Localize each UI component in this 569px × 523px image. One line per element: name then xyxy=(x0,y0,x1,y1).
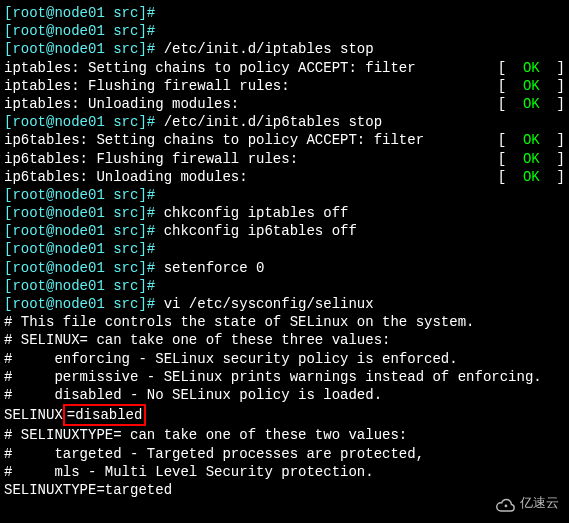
terminal-line: [root@node01 src]# /etc/init.d/ip6tables… xyxy=(4,113,565,131)
config-comment: # targeted - Targeted processes are prot… xyxy=(4,445,565,463)
status-line: iptables: Flushing firewall rules:[ OK ] xyxy=(4,77,565,95)
prompt: [root@node01 src]# xyxy=(4,41,164,57)
status-message: iptables: Flushing firewall rules: xyxy=(4,77,290,95)
status-ok: [ OK ] xyxy=(498,168,565,186)
prompt: [root@node01 src]# xyxy=(4,296,164,312)
config-comment: # disabled - No SELinux policy is loaded… xyxy=(4,386,565,404)
command: chkconfig iptables off xyxy=(164,205,349,221)
status-ok: [ OK ] xyxy=(498,150,565,168)
status-message: iptables: Setting chains to policy ACCEP… xyxy=(4,59,416,77)
config-comment: # SELINUXTYPE= can take one of these two… xyxy=(4,426,565,444)
terminal-line: [root@node01 src]# chkconfig iptables of… xyxy=(4,204,565,222)
status-message: ip6tables: Flushing firewall rules: xyxy=(4,150,298,168)
prompt: [root@node01 src]# xyxy=(4,223,164,239)
cloud-icon xyxy=(494,497,516,513)
terminal-line: [root@node01 src]# xyxy=(4,277,565,295)
status-message: ip6tables: Unloading modules: xyxy=(4,168,248,186)
status-line: ip6tables: Setting chains to policy ACCE… xyxy=(4,131,565,149)
config-comment: # SELINUX= can take one of these three v… xyxy=(4,331,565,349)
svg-point-0 xyxy=(505,504,508,507)
status-message: ip6tables: Setting chains to policy ACCE… xyxy=(4,131,424,149)
status-line: iptables: Setting chains to policy ACCEP… xyxy=(4,59,565,77)
config-comment: # This file controls the state of SELinu… xyxy=(4,313,565,331)
terminal-line: [root@node01 src]# xyxy=(4,22,565,40)
highlighted-value: =disabled xyxy=(63,404,147,426)
command: chkconfig ip6tables off xyxy=(164,223,357,239)
terminal-line: [root@node01 src]# setenforce 0 xyxy=(4,259,565,277)
config-line: SELINUX=disabled xyxy=(4,404,565,426)
config-comment: # mls - Multi Level Security protection. xyxy=(4,463,565,481)
config-comment: # permissive - SELinux prints warnings i… xyxy=(4,368,565,386)
prompt: [root@node01 src]# xyxy=(4,114,164,130)
terminal-line: [root@node01 src]# xyxy=(4,240,565,258)
command: /etc/init.d/iptables stop xyxy=(164,41,374,57)
config-comment: # enforcing - SELinux security policy is… xyxy=(4,350,565,368)
prompt: [root@node01 src]# xyxy=(4,205,164,221)
terminal-line: [root@node01 src]# /etc/init.d/iptables … xyxy=(4,40,565,58)
status-ok: [ OK ] xyxy=(498,77,565,95)
terminal-line: [root@node01 src]# chkconfig ip6tables o… xyxy=(4,222,565,240)
terminal-line: [root@node01 src]# xyxy=(4,186,565,204)
selinux-key: SELINUX xyxy=(4,407,63,423)
status-line: ip6tables: Unloading modules:[ OK ] xyxy=(4,168,565,186)
watermark-text: 亿速云 xyxy=(520,496,559,513)
command: /etc/init.d/ip6tables stop xyxy=(164,114,382,130)
command: vi /etc/sysconfig/selinux xyxy=(164,296,374,312)
terminal-line: [root@node01 src]# vi /etc/sysconfig/sel… xyxy=(4,295,565,313)
terminal-line: [root@node01 src]# xyxy=(4,4,565,22)
status-message: iptables: Unloading modules: xyxy=(4,95,239,113)
status-ok: [ OK ] xyxy=(498,59,565,77)
status-line: iptables: Unloading modules:[ OK ] xyxy=(4,95,565,113)
status-ok: [ OK ] xyxy=(498,131,565,149)
prompt: [root@node01 src]# xyxy=(4,260,164,276)
config-line: SELINUXTYPE=targeted xyxy=(4,481,565,499)
status-line: ip6tables: Flushing firewall rules:[ OK … xyxy=(4,150,565,168)
watermark: 亿速云 xyxy=(494,496,559,513)
status-ok: [ OK ] xyxy=(498,95,565,113)
command: setenforce 0 xyxy=(164,260,265,276)
